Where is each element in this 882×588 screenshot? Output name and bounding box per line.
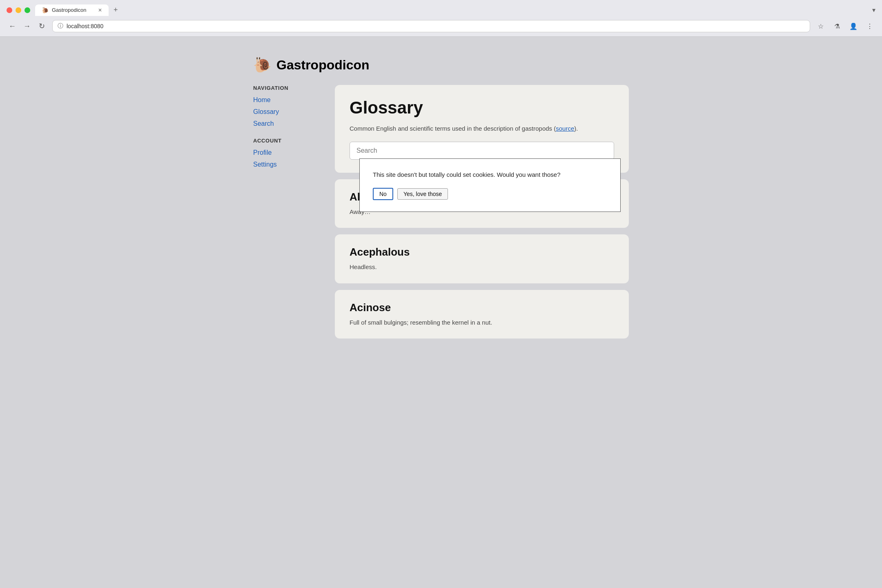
nav-buttons: ← → ↻ bbox=[7, 20, 47, 32]
account-section-label: ACCOUNT bbox=[253, 138, 318, 144]
snail-icon: 🐌 bbox=[253, 56, 272, 74]
reload-button[interactable]: ↻ bbox=[36, 20, 47, 32]
back-button[interactable]: ← bbox=[7, 20, 18, 32]
glossary-description: Common English and scientific terms used… bbox=[350, 124, 614, 134]
browser-top-bar: 🐌 Gastropodicon ✕ + ▾ bbox=[7, 4, 875, 16]
forward-button[interactable]: → bbox=[21, 20, 33, 32]
tab-bar: 🐌 Gastropodicon ✕ + ▾ bbox=[35, 4, 875, 16]
sidebar-item-search[interactable]: Search bbox=[253, 118, 318, 130]
address-bar-row: ← → ↻ ⓘ ☆ ⚗ 👤 ⋮ bbox=[7, 20, 875, 32]
term-def-acinose: Full of small bulgings; resembling the k… bbox=[350, 318, 614, 327]
tab-favicon-icon: 🐌 bbox=[42, 7, 49, 13]
address-bar[interactable]: ⓘ bbox=[52, 20, 810, 32]
site-header: 🐌 Gastropodicon bbox=[253, 47, 629, 85]
nav-section-label: NAVIGATION bbox=[253, 85, 318, 91]
sidebar-item-home[interactable]: Home bbox=[253, 94, 318, 106]
flask-icon[interactable]: ⚗ bbox=[831, 20, 843, 32]
main-content: Glossary Common English and scientific t… bbox=[335, 85, 629, 339]
sidebar-item-profile[interactable]: Profile bbox=[253, 147, 318, 159]
cookie-dialog-buttons: No Yes, love those bbox=[373, 188, 607, 200]
page-layout: NAVIGATION Home Glossary Search ACCOUNT … bbox=[253, 85, 629, 339]
term-card-acinose: Acinose Full of small bulgings; resembli… bbox=[335, 290, 629, 339]
term-def-acephalous: Headless. bbox=[350, 263, 614, 272]
bookmark-icon[interactable]: ☆ bbox=[815, 20, 826, 32]
site-title: Gastropodicon bbox=[276, 58, 370, 73]
term-title-acinose: Acinose bbox=[350, 301, 614, 314]
term-title-acephalous: Acephalous bbox=[350, 246, 614, 258]
cookie-dialog-text: This site doesn't but totally could set … bbox=[373, 170, 607, 180]
browser-tab-active[interactable]: 🐌 Gastropodicon ✕ bbox=[35, 4, 109, 16]
new-tab-button[interactable]: + bbox=[110, 4, 121, 16]
url-input[interactable] bbox=[67, 23, 805, 29]
sidebar-item-glossary[interactable]: Glossary bbox=[253, 106, 318, 118]
security-icon: ⓘ bbox=[58, 22, 63, 30]
tab-dropdown-button[interactable]: ▾ bbox=[872, 6, 875, 14]
browser-chrome: 🐌 Gastropodicon ✕ + ▾ ← → ↻ ⓘ ☆ ⚗ 👤 ⋮ bbox=[0, 0, 882, 37]
minimize-window-button[interactable] bbox=[16, 7, 21, 13]
menu-icon[interactable]: ⋮ bbox=[864, 20, 875, 32]
tab-close-button[interactable]: ✕ bbox=[98, 7, 102, 13]
cookie-no-button[interactable]: No bbox=[373, 188, 393, 200]
maximize-window-button[interactable] bbox=[24, 7, 30, 13]
traffic-lights bbox=[7, 7, 30, 13]
close-window-button[interactable] bbox=[7, 7, 12, 13]
page-wrapper: 🐌 Gastropodicon NAVIGATION Home Glossary… bbox=[237, 37, 645, 348]
cookie-dialog: This site doesn't but totally could set … bbox=[359, 158, 621, 212]
search-input[interactable] bbox=[350, 142, 614, 160]
profile-icon[interactable]: 👤 bbox=[848, 20, 859, 32]
term-card-acephalous: Acephalous Headless. bbox=[335, 234, 629, 283]
sidebar-item-settings[interactable]: Settings bbox=[253, 159, 318, 171]
cookie-yes-button[interactable]: Yes, love those bbox=[397, 188, 448, 200]
tab-title: Gastropodicon bbox=[52, 7, 87, 13]
glossary-title: Glossary bbox=[350, 98, 614, 118]
source-link[interactable]: source bbox=[556, 125, 574, 132]
toolbar-icons: ☆ ⚗ 👤 ⋮ bbox=[815, 20, 875, 32]
sidebar: NAVIGATION Home Glossary Search ACCOUNT … bbox=[253, 85, 318, 339]
